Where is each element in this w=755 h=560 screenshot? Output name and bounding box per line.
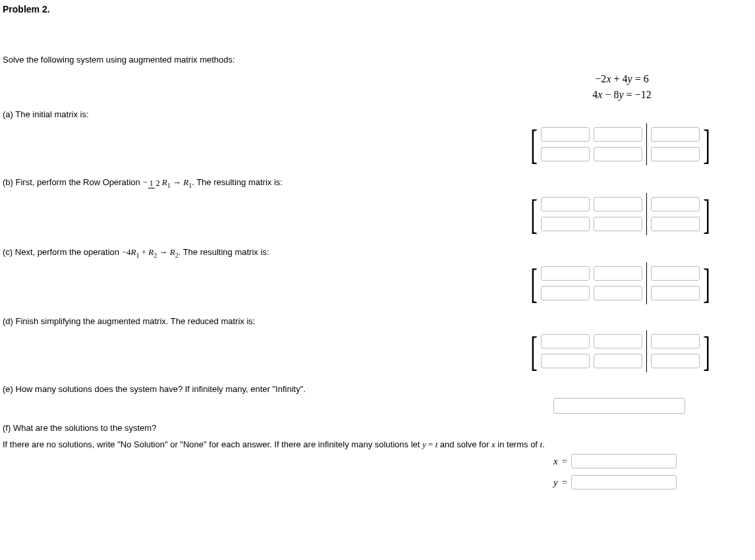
matrix-a-r2c3[interactable] bbox=[651, 147, 700, 161]
part-f-label-2: If there are no solutions, write "No Sol… bbox=[3, 439, 755, 450]
matrix-c-r1c2[interactable] bbox=[594, 266, 642, 281]
matrix-d-r2c3[interactable] bbox=[651, 354, 700, 368]
solution-x-row: x= bbox=[553, 454, 755, 468]
right-bracket: ] bbox=[704, 123, 711, 165]
matrix-a-r1c1[interactable] bbox=[541, 127, 590, 142]
matrix-b-r1c2[interactable] bbox=[594, 197, 642, 211]
solution-y-input[interactable] bbox=[571, 475, 677, 490]
solution-y-row: y= bbox=[553, 475, 755, 490]
equation-1: −2x + 4y = 6 bbox=[556, 71, 688, 87]
matrix-c-r1c1[interactable] bbox=[541, 266, 590, 281]
matrix-a-r1c3[interactable] bbox=[651, 127, 700, 142]
matrix-d-r1c1[interactable] bbox=[541, 334, 590, 349]
matrix-b-r2c1[interactable] bbox=[541, 217, 590, 231]
part-f-label-1: (f) What are the solutions to the system… bbox=[3, 423, 755, 433]
right-bracket: ] bbox=[704, 193, 711, 235]
redacted-tag bbox=[1, 30, 30, 43]
left-bracket: [ bbox=[530, 262, 538, 304]
part-e-label: (e) How many solutions does the system h… bbox=[3, 384, 755, 394]
matrix-b: [ ] bbox=[527, 193, 755, 235]
matrix-b-r2c2[interactable] bbox=[594, 217, 642, 231]
matrix-c-r2c1[interactable] bbox=[541, 286, 590, 300]
matrix-a-r2c1[interactable] bbox=[541, 147, 590, 161]
matrix-d-r1c3[interactable] bbox=[651, 334, 700, 349]
matrix-d-r2c1[interactable] bbox=[541, 354, 590, 368]
part-a-label: (a) The initial matrix is: bbox=[3, 109, 755, 119]
solution-x-input[interactable] bbox=[571, 454, 677, 468]
num-solutions-input[interactable] bbox=[553, 398, 685, 414]
matrix-a-r2c2[interactable] bbox=[594, 147, 642, 161]
matrix-c-r1c3[interactable] bbox=[651, 266, 700, 281]
system-equations: −2x + 4y = 6 4x − 8y = −12 bbox=[556, 71, 688, 103]
matrix-b-r1c1[interactable] bbox=[541, 197, 590, 211]
left-bracket: [ bbox=[530, 193, 538, 235]
right-bracket: ] bbox=[704, 330, 711, 372]
matrix-c-r2c3[interactable] bbox=[651, 286, 700, 300]
matrix-c-r2c2[interactable] bbox=[594, 286, 642, 300]
matrix-d: [ ] bbox=[527, 330, 755, 372]
equation-2: 4x − 8y = −12 bbox=[556, 87, 688, 103]
augment-bar bbox=[646, 330, 647, 372]
part-b-label: (b) First, perform the Row Operation −12… bbox=[3, 177, 755, 189]
left-bracket: [ bbox=[530, 330, 538, 372]
matrix-d-r2c2[interactable] bbox=[594, 354, 642, 368]
matrix-b-r2c3[interactable] bbox=[651, 217, 700, 231]
part-d-label: (d) Finish simplifying the augmented mat… bbox=[3, 316, 755, 326]
right-bracket: ] bbox=[704, 262, 711, 304]
matrix-d-r1c2[interactable] bbox=[594, 334, 642, 349]
matrix-b-r1c3[interactable] bbox=[651, 197, 700, 211]
matrix-a-r1c2[interactable] bbox=[594, 127, 642, 142]
part-c-label: (c) Next, perform the operation −4R1 + R… bbox=[3, 247, 755, 259]
augment-bar bbox=[646, 193, 647, 235]
matrix-a: [ ] bbox=[527, 123, 755, 165]
matrix-c: [ ] bbox=[527, 262, 755, 304]
left-bracket: [ bbox=[530, 123, 538, 165]
augment-bar bbox=[646, 123, 647, 165]
augment-bar bbox=[646, 262, 647, 304]
problem-title: Problem 2. bbox=[3, 4, 755, 14]
instruction-text: Solve the following system using augment… bbox=[3, 55, 755, 65]
